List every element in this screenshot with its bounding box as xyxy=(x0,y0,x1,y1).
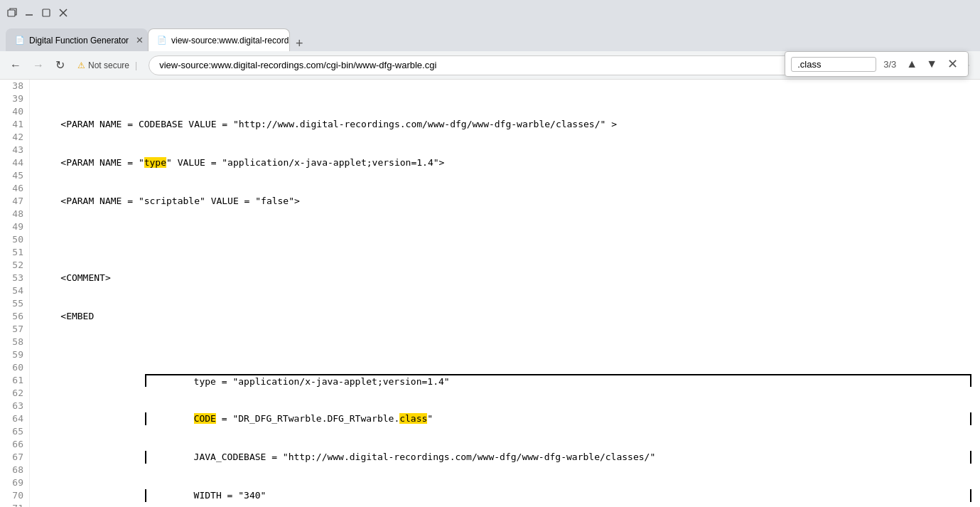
security-separator: | xyxy=(135,60,137,70)
find-input[interactable] xyxy=(791,57,876,72)
security-icon: ⚠ xyxy=(77,60,85,70)
window-minimize-btn[interactable] xyxy=(23,6,36,19)
new-tab-button[interactable]: + xyxy=(290,36,309,51)
tab-view-source[interactable]: 📄 view-source:www.digital-recordi... ✕ xyxy=(148,28,290,51)
code-content: <PARAM NAME = CODEBASE VALUE = "http://w… xyxy=(30,80,980,507)
svg-rect-2 xyxy=(43,9,50,16)
line-46: JAVA_CODEBASE = "http://www.digital-reco… xyxy=(145,451,971,464)
tab2-label: view-source:www.digital-recordi... xyxy=(171,36,290,46)
window-close-btn[interactable] xyxy=(57,6,70,19)
title-bar xyxy=(0,0,980,26)
url-bar[interactable] xyxy=(149,55,848,75)
line-numbers: 38 39 40 41 42 43 44 45 46 47 48 49 50 5… xyxy=(0,80,30,507)
line-42: <COMMENT> xyxy=(38,272,971,284)
find-next-button[interactable]: ▼ xyxy=(923,56,940,72)
back-button[interactable]: ← xyxy=(6,56,26,75)
svg-rect-0 xyxy=(8,10,15,16)
tab1-close[interactable]: ✕ xyxy=(136,35,144,46)
line-38: <PARAM NAME = CODEBASE VALUE = "http://w… xyxy=(38,118,971,131)
window-restore-btn[interactable] xyxy=(6,6,18,19)
line-40: <PARAM NAME = "scriptable" VALUE = "fals… xyxy=(38,195,971,208)
find-prev-button[interactable]: ▲ xyxy=(903,56,920,72)
tab1-label: Digital Function Generator xyxy=(29,36,129,46)
find-count: 3/3 xyxy=(879,59,900,70)
line-41 xyxy=(38,233,971,246)
line-39: <PARAM NAME = "type" VALUE = "applicatio… xyxy=(38,156,971,169)
code-area: 38 39 40 41 42 43 44 45 46 47 48 49 50 5… xyxy=(0,80,980,507)
forward-button[interactable]: → xyxy=(28,56,48,75)
tab2-icon: 📄 xyxy=(157,36,167,45)
tabs-bar: 📄 Digital Function Generator ✕ 📄 view-so… xyxy=(0,26,980,51)
find-bar: 3/3 ▲ ▼ ✕ xyxy=(785,51,969,77)
tab1-icon: 📄 xyxy=(15,36,25,45)
line-47: WIDTH = "340" xyxy=(145,489,971,502)
security-badge: ⚠ Not secure | xyxy=(72,60,146,70)
line-44: type = "application/x-java-applet;versio… xyxy=(145,374,971,387)
line-43: <EMBED xyxy=(38,310,971,323)
find-close-button[interactable]: ✕ xyxy=(943,55,962,73)
tab-digital-function-generator[interactable]: 📄 Digital Function Generator ✕ xyxy=(6,28,148,51)
security-text: Not secure xyxy=(88,60,129,70)
window-controls xyxy=(6,6,70,19)
window-maximize-btn[interactable] xyxy=(40,6,53,19)
reload-button[interactable]: ↻ xyxy=(51,55,69,75)
line-45: CODE = "DR_DFG_RTwarble.DFG_RTwarble.cla… xyxy=(145,412,971,425)
